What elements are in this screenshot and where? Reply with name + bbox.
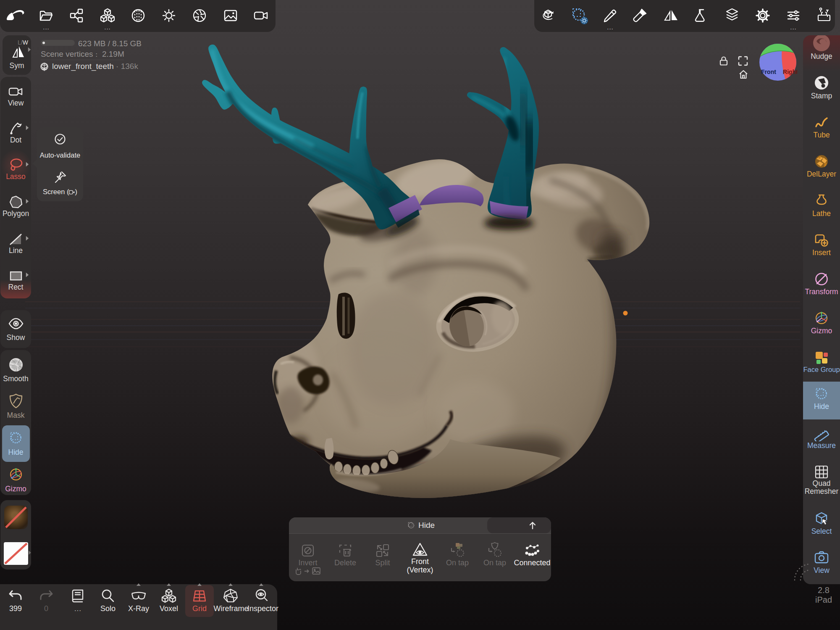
svg-text:Front: Front: [761, 69, 776, 75]
svg-text:Right: Right: [783, 69, 797, 75]
